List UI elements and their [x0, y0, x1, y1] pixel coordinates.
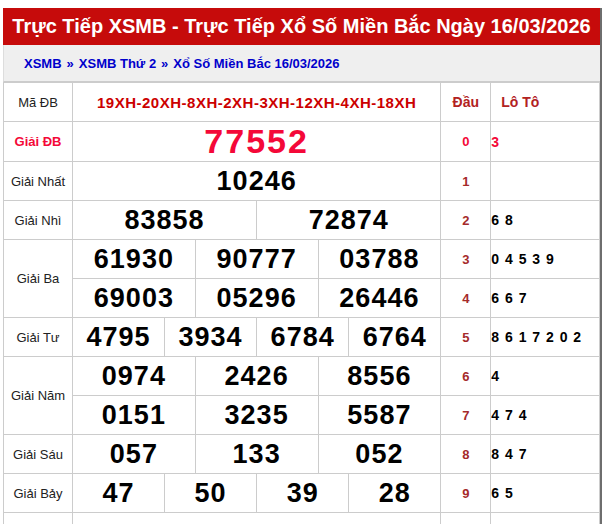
prize-number: 8556: [318, 357, 441, 396]
prize-number: 72874: [257, 201, 441, 240]
results-table: Mã ĐB 19XH-20XH-8XH-2XH-3XH-12XH-4XH-18X…: [3, 82, 600, 524]
loto-values: 3: [491, 122, 600, 162]
partial-row: [4, 513, 600, 524]
ma-db-header: Mã ĐB: [4, 83, 73, 122]
prize-number: 3934: [165, 318, 257, 357]
prize-row-sixth: Giải Sáu 057 133 052 8 8 4 7: [4, 435, 600, 474]
breadcrumb-link-xsmb[interactable]: XSMB: [24, 56, 62, 71]
prize-number: 39: [257, 474, 349, 513]
loto-values: [491, 162, 600, 201]
dau-digit: 2: [441, 201, 491, 240]
partial-cell: [4, 513, 73, 524]
prize-label: Giải Nhất: [4, 162, 73, 201]
loto-values: 0 4 5 3 9: [491, 240, 600, 279]
prize-label: Giải ĐB: [4, 122, 73, 162]
partial-cell: [441, 513, 491, 524]
partial-cell: [73, 513, 441, 524]
prize-row-fourth: Giải Tư 4795 3934 6784 6764 5 8 6 1 7 2 …: [4, 318, 600, 357]
dau-digit: 0: [441, 122, 491, 162]
table-header-row: Mã ĐB 19XH-20XH-8XH-2XH-3XH-12XH-4XH-18X…: [4, 83, 600, 122]
prize-number: 133: [195, 435, 318, 474]
prize-number: 057: [73, 435, 196, 474]
breadcrumb-separator: »: [161, 56, 168, 71]
dau-column-header: Đầu: [441, 83, 491, 122]
prize-row-fifth-1: Giải Năm 0974 2426 8556 6 4: [4, 357, 600, 396]
prize-number: 28: [349, 474, 441, 513]
loto-values: 8 6 1 7 2 0 2: [491, 318, 600, 357]
dau-digit: 5: [441, 318, 491, 357]
prize-number: 5587: [318, 396, 441, 435]
prize-row-seventh: Giải Bảy 47 50 39 28 9 6 5: [4, 474, 600, 513]
dau-digit: 6: [441, 357, 491, 396]
prize-number: 6784: [257, 318, 349, 357]
prize-number: 26446: [318, 279, 441, 318]
prize-label: Giải Ba: [4, 240, 73, 318]
prize-number: 3235: [195, 396, 318, 435]
prize-number: 61930: [73, 240, 196, 279]
dau-digit: 8: [441, 435, 491, 474]
prize-number: 05296: [195, 279, 318, 318]
page-container: Trực Tiếp XSMB - Trực Tiếp Xổ Số Miền Bắ…: [3, 8, 602, 524]
prize-row-third-1: Giải Ba 61930 90777 03788 3 0 4 5 3 9: [4, 240, 600, 279]
dau-digit: 1: [441, 162, 491, 201]
prize-number: 03788: [318, 240, 441, 279]
prize-row-second: Giải Nhì 83858 72874 2 6 8: [4, 201, 600, 240]
loto-values: 6 8: [491, 201, 600, 240]
dau-digit: 4: [441, 279, 491, 318]
prize-row-third-2: 69003 05296 26446 4 6 6 7: [4, 279, 600, 318]
loto-column-header: Lô Tô: [491, 83, 600, 122]
prize-label: Giải Bảy: [4, 474, 73, 513]
prize-label: Giải Nhì: [4, 201, 73, 240]
prize-number: 052: [318, 435, 441, 474]
dau-digit: 9: [441, 474, 491, 513]
loto-values: 8 4 7: [491, 435, 600, 474]
dau-digit: 7: [441, 396, 491, 435]
prize-number: 90777: [195, 240, 318, 279]
special-code: 19XH-20XH-8XH-2XH-3XH-12XH-4XH-18XH: [73, 83, 441, 122]
prize-number: 69003: [73, 279, 196, 318]
breadcrumb: XSMB»XSMB Thứ 2»Xổ Số Miền Bắc 16/03/202…: [3, 45, 600, 82]
prize-number: 47: [73, 474, 165, 513]
prize-number: 0151: [73, 396, 196, 435]
prize-label: Giải Sáu: [4, 435, 73, 474]
loto-values: 4: [491, 357, 600, 396]
prize-number: 10246: [73, 162, 441, 201]
prize-number: 6764: [349, 318, 441, 357]
breadcrumb-separator: »: [67, 56, 74, 71]
loto-values: 6 6 7: [491, 279, 600, 318]
breadcrumb-link-xsmb-thu-2[interactable]: XSMB Thứ 2: [79, 56, 156, 71]
prize-number: 50: [165, 474, 257, 513]
partial-cell: [491, 513, 600, 524]
prize-number: 2426: [195, 357, 318, 396]
prize-row-fifth-2: 0151 3235 5587 7 4 7 4: [4, 396, 600, 435]
prize-row-first: Giải Nhất 10246 1: [4, 162, 600, 201]
prize-number: 0974: [73, 357, 196, 396]
breadcrumb-link-date[interactable]: Xổ Số Miền Bắc 16/03/2026: [173, 56, 339, 71]
prize-number: 83858: [73, 201, 257, 240]
loto-values: 6 5: [491, 474, 600, 513]
loto-values: 4 7 4: [491, 396, 600, 435]
prize-label: Giải Năm: [4, 357, 73, 435]
prize-row-special: Giải ĐB 77552 0 3: [4, 122, 600, 162]
page-title: Trực Tiếp XSMB - Trực Tiếp Xổ Số Miền Bắ…: [3, 8, 600, 45]
prize-label: Giải Tư: [4, 318, 73, 357]
prize-number: 77552: [73, 122, 441, 162]
dau-digit: 3: [441, 240, 491, 279]
prize-number: 4795: [73, 318, 165, 357]
